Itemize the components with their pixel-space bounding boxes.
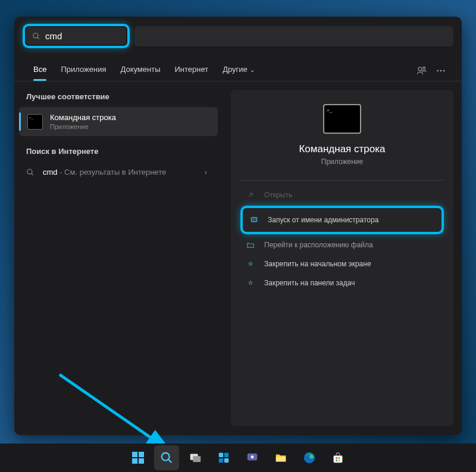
svg-rect-15 [139, 458, 144, 464]
chevron-right-icon: › [205, 168, 207, 177]
svg-rect-14 [132, 458, 137, 464]
web-result-text: cmd - См. результаты в Интернете [43, 168, 205, 177]
result-title: Командная строка [50, 113, 209, 122]
taskbar-store[interactable] [325, 445, 350, 470]
svg-point-7 [27, 169, 32, 174]
svg-rect-13 [139, 452, 144, 457]
taskbar-widgets[interactable] [211, 445, 236, 470]
action-pin-start[interactable]: Закрепить на начальном экране [240, 254, 444, 273]
svg-point-5 [440, 70, 442, 71]
svg-rect-29 [336, 457, 337, 459]
action-pin-taskbar-label: Закрепить на панели задач [264, 279, 355, 287]
highlight-search [23, 24, 130, 48]
svg-rect-32 [338, 460, 340, 461]
account-icon[interactable] [416, 65, 427, 76]
open-icon [246, 191, 258, 199]
pin-icon [246, 279, 258, 287]
taskbar-explorer[interactable] [268, 445, 293, 470]
svg-rect-21 [224, 453, 228, 457]
action-pin-start-label: Закрепить на начальном экране [264, 260, 371, 268]
folder-icon [246, 241, 258, 249]
search-bar-area [14, 17, 462, 55]
search-bar[interactable] [26, 27, 126, 45]
action-file-location-label: Перейти к расположению файла [264, 241, 373, 249]
action-open[interactable]: Открыть [240, 185, 444, 204]
result-cmd[interactable]: >_ Командная строка Приложение [19, 107, 218, 136]
svg-rect-31 [336, 460, 337, 461]
taskbar-edge[interactable] [297, 445, 322, 470]
svg-line-8 [32, 173, 33, 175]
svg-rect-20 [219, 453, 223, 457]
detail-panel: >_ Командная строка Приложение Открыть [223, 81, 462, 435]
highlight-run-admin: Запуск от имени администратора [240, 206, 444, 234]
tab-internet[interactable]: Интернет [167, 60, 215, 81]
tab-other[interactable]: Другие⌄ [215, 60, 262, 81]
svg-point-4 [437, 70, 439, 71]
tab-apps[interactable]: Приложения [54, 60, 113, 81]
svg-rect-30 [338, 457, 340, 459]
chevron-down-icon: ⌄ [250, 67, 255, 73]
tab-all[interactable]: Все [26, 60, 54, 81]
svg-point-6 [443, 70, 445, 71]
shield-icon [250, 216, 262, 224]
section-web-search: Поиск в Интернете [14, 147, 223, 162]
svg-rect-22 [219, 458, 223, 462]
svg-line-17 [168, 460, 172, 463]
svg-point-0 [33, 33, 38, 37]
svg-rect-26 [276, 457, 286, 461]
search-icon [32, 32, 40, 40]
search-window: Все Приложения Документы Интернет Другие… [14, 17, 462, 435]
detail-card: >_ Командная строка Приложение Открыть [231, 90, 453, 426]
svg-rect-28 [334, 455, 343, 462]
section-best-match: Лучшее соответствие [14, 92, 223, 107]
taskbar-taskview[interactable] [183, 445, 208, 470]
action-pin-taskbar[interactable]: Закрепить на панели задач [240, 273, 444, 292]
svg-line-1 [37, 37, 39, 39]
search-bar-extension[interactable] [134, 26, 453, 46]
svg-point-16 [162, 453, 170, 461]
divider [240, 180, 444, 181]
taskbar-chat[interactable] [240, 445, 265, 470]
action-list: Открыть Запуск от имени администратора [240, 185, 444, 292]
action-file-location[interactable]: Перейти к расположению файла [240, 235, 444, 254]
start-button[interactable] [126, 445, 151, 470]
pin-icon [246, 260, 258, 268]
web-result-cmd[interactable]: cmd - См. результаты в Интернете › [14, 162, 223, 182]
svg-rect-19 [193, 456, 201, 462]
result-subtitle: Приложение [50, 123, 209, 130]
more-icon[interactable] [436, 65, 446, 76]
svg-rect-10 [252, 219, 256, 221]
svg-rect-23 [224, 458, 228, 462]
content-area: Лучшее соответствие >_ Командная строка … [14, 81, 462, 435]
svg-point-2 [418, 67, 422, 71]
svg-point-3 [423, 67, 425, 69]
action-run-admin[interactable]: Запуск от имени администратора [244, 209, 440, 231]
detail-title: Командная строка [299, 143, 385, 155]
results-panel: Лучшее соответствие >_ Командная строка … [14, 81, 223, 435]
tabs-bar: Все Приложения Документы Интернет Другие… [14, 55, 462, 81]
action-run-admin-label: Запуск от имени администратора [268, 216, 378, 224]
search-icon [26, 168, 35, 177]
detail-subtitle: Приложение [321, 158, 363, 166]
svg-rect-12 [132, 452, 137, 457]
taskbar [0, 443, 476, 472]
svg-point-25 [251, 455, 254, 458]
taskbar-search[interactable] [154, 445, 179, 470]
app-icon-large: >_ [323, 104, 361, 134]
tab-docs[interactable]: Документы [113, 60, 167, 81]
cmd-icon: >_ [27, 114, 43, 130]
action-open-label: Открыть [264, 191, 292, 199]
